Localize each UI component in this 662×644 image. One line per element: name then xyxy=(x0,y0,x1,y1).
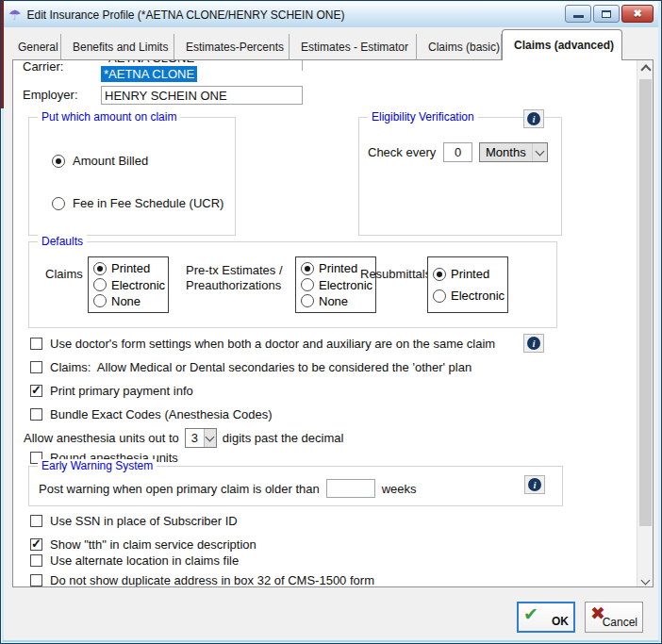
pretx-label-line1: Pre-tx Estimates / xyxy=(186,263,283,277)
window-title: Edit Insurance Profile (*AETNA CLONE/HEN… xyxy=(26,8,344,22)
pretx-label-line2: Preauthorizations xyxy=(186,278,281,292)
tab-estimates-estimator[interactable]: Estimates - Estimator xyxy=(290,34,417,59)
vertical-scrollbar[interactable] xyxy=(637,60,653,586)
carrier-selected-text: *AETNA CLONE xyxy=(101,66,197,82)
tab-benefits-and-limits[interactable]: Benefits and Limits xyxy=(61,34,174,59)
checkbox-claims-allow-secondaries[interactable]: Claims: Allow Medical or Dental secondar… xyxy=(30,360,472,374)
info-icon: i xyxy=(528,478,541,491)
tab-strip: General Benefits and Limits Estimates-Pe… xyxy=(5,29,657,59)
radio-amount-billed[interactable]: Amount Billed xyxy=(52,154,148,168)
scrollbar-thumb[interactable] xyxy=(639,79,652,526)
title-bar[interactable]: ☂ Edit Insurance Profile (*AETNA CLONE/H… xyxy=(4,2,658,27)
anesthesia-prefix-label: Allow anesthesia units out to xyxy=(24,431,179,445)
radio-resub-printed[interactable]: Printed xyxy=(433,267,503,281)
close-icon: ✖ xyxy=(633,8,641,19)
check-every-label: Check every xyxy=(368,145,436,159)
early-warning-legend: Early Warning System xyxy=(38,459,157,472)
chevron-down-icon[interactable] xyxy=(532,143,547,161)
radio-circle[interactable] xyxy=(52,197,65,210)
window-controls: ✖ xyxy=(565,5,654,23)
defaults-group: Defaults Claims Printed Electronic None … xyxy=(28,241,557,328)
anesthesia-suffix-label: digits past the decimal xyxy=(223,431,344,445)
claims-advanced-panel: Carrier: *AETNA CLONE *AETNA CLONE Emplo… xyxy=(12,59,654,587)
carrier-label: Carrier: xyxy=(23,59,63,74)
checkbox-alternate-location[interactable]: Use alternate location in claims file xyxy=(30,553,239,568)
checkbox-print-primary-payment[interactable]: Print primary payment info xyxy=(30,384,193,398)
minimize-icon xyxy=(573,15,584,18)
early-warning-row: Post warning when open primary claim is … xyxy=(39,479,417,498)
tab-claims-advanced[interactable]: Claims (advanced) xyxy=(502,29,622,60)
pretx-default-options: Printed Electronic None xyxy=(295,256,376,313)
tab-general[interactable]: General xyxy=(7,34,61,59)
radio-circle[interactable] xyxy=(52,155,65,168)
early-warning-group: Early Warning System Post warning when o… xyxy=(28,466,563,506)
checkbox-use-doctors-form-settings[interactable]: Use doctor's form settings when both a d… xyxy=(30,337,495,351)
checkbox-show-tth[interactable]: Show "tth" in claim service description xyxy=(30,537,257,552)
eligibility-info-button[interactable]: i xyxy=(523,109,544,128)
eligibility-legend: Eligibility Verification xyxy=(368,110,478,124)
radio-claims-printed[interactable]: Printed xyxy=(93,261,163,275)
ok-button[interactable]: ✔ OK xyxy=(517,602,575,633)
scroll-up-button[interactable] xyxy=(637,60,654,76)
employer-field[interactable]: HENRY SCHEIN ONE xyxy=(101,86,303,105)
resubmittals-default-options: Printed Electronic xyxy=(427,256,508,313)
checkbox-use-ssn[interactable]: Use SSN in place of Subscriber ID xyxy=(30,514,238,528)
amount-on-claim-group: Put which amount on claim Amount Billed … xyxy=(28,117,236,236)
check-every-row: Check every xyxy=(368,145,436,159)
info-icon: i xyxy=(527,112,540,125)
carrier-field[interactable]: *AETNA CLONE *AETNA CLONE xyxy=(101,60,303,84)
carrier-clipped-text: *AETNA CLONE xyxy=(104,60,194,65)
eligibility-verification-group: Eligibility Verification Check every 0 M… xyxy=(358,117,562,236)
tab-estimates-percents[interactable]: Estimates-Percents xyxy=(174,34,290,59)
dialog-footer: ✔ OK ✖ Cancel xyxy=(4,588,658,640)
employer-label: Employer: xyxy=(23,88,78,102)
chevron-down-icon xyxy=(641,575,651,585)
close-button[interactable]: ✖ xyxy=(621,5,654,23)
early-warning-info-button[interactable]: i xyxy=(524,475,545,494)
radio-claims-none[interactable]: None xyxy=(93,294,163,308)
doctor-form-info-button[interactable]: i xyxy=(523,334,544,353)
anesthesia-units-row: Allow anesthesia units out to 3 digits p… xyxy=(24,428,343,448)
info-icon: i xyxy=(527,337,540,350)
chevron-down-icon[interactable] xyxy=(204,429,216,447)
interval-unit-select[interactable]: Months xyxy=(479,142,548,162)
early-warning-text: Post warning when open primary claim is … xyxy=(39,482,320,496)
maximize-icon xyxy=(602,10,611,18)
checkbox-bundle-exact-codes[interactable]: Bundle Exact Codes (Anesthesia Codes) xyxy=(30,407,273,421)
radio-fee-schedule[interactable]: Fee in Fee Schedule (UCR) xyxy=(52,196,223,210)
radio-resub-electronic[interactable]: Electronic xyxy=(433,289,503,303)
scroll-down-button[interactable] xyxy=(637,570,654,586)
minimize-button[interactable] xyxy=(565,5,591,23)
maximize-button[interactable] xyxy=(593,5,620,23)
resubmittals-label: Resubmittals xyxy=(360,267,431,281)
claims-default-options: Printed Electronic None xyxy=(88,256,169,313)
chevron-up-icon xyxy=(640,64,651,74)
cancel-button[interactable]: ✖ Cancel xyxy=(585,602,643,633)
tab-claims-basic[interactable]: Claims (basic) xyxy=(417,34,502,59)
radio-claims-electronic[interactable]: Electronic xyxy=(93,278,163,292)
green-check-icon: ✔ xyxy=(523,603,538,627)
weeks-input[interactable] xyxy=(326,479,375,498)
defaults-claims-label: Claims xyxy=(45,267,83,281)
weeks-label: weeks xyxy=(382,482,417,496)
check-every-input[interactable]: 0 xyxy=(443,142,472,162)
anesthesia-digits-select[interactable]: 3 xyxy=(185,428,217,448)
amount-on-claim-legend: Put which amount on claim xyxy=(38,110,180,124)
defaults-legend: Defaults xyxy=(38,235,87,248)
umbrella-icon: ☂ xyxy=(8,8,21,22)
checkbox-no-duplicate-address[interactable]: Do not show duplicate address in box 32 … xyxy=(30,573,374,587)
carrier-field-edge xyxy=(302,60,303,71)
background-window-artifact xyxy=(1,1,4,108)
radio-pretx-none[interactable]: None xyxy=(301,294,371,308)
edit-insurance-profile-window: ☂ Edit Insurance Profile (*AETNA CLONE/H… xyxy=(0,0,662,644)
